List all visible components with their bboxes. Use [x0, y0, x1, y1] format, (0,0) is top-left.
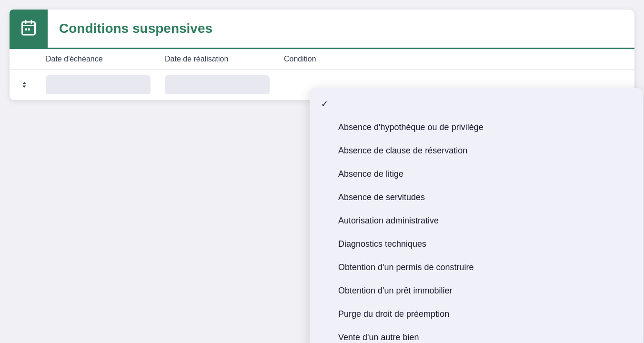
dropdown-item-2[interactable]: Absence de clause de réservation: [310, 139, 643, 162]
condition-label: Condition: [284, 55, 316, 63]
dropdown-item-10[interactable]: Vente d'un autre bien: [310, 326, 643, 343]
dropdown-item-empty[interactable]: ✓: [310, 92, 643, 116]
col-sort-header: [17, 55, 46, 63]
svg-rect-5: [28, 29, 30, 31]
page-container: Conditions suspensives Date d'échéance D…: [0, 10, 644, 343]
dropdown-item-5[interactable]: Autorisation administrative: [310, 209, 643, 232]
dropdown-item-6-label: Diagnostics techniques: [338, 239, 426, 249]
main-card: Conditions suspensives Date d'échéance D…: [10, 10, 634, 101]
date-realisation-input[interactable]: [165, 75, 270, 94]
col-condition-header: Condition: [284, 55, 627, 63]
date-realisation-label: Date de réalisation: [165, 55, 228, 63]
dropdown-item-8-label: Obtention d'un prêt immobilier: [338, 286, 453, 296]
checkmark-icon: ✓: [321, 99, 331, 109]
col-date-echeance-header: Date d'échéance: [46, 55, 165, 63]
dropdown-item-4[interactable]: Absence de servitudes: [310, 186, 643, 209]
date-echeance-input[interactable]: [46, 75, 151, 94]
dropdown-item-5-label: Autorisation administrative: [338, 216, 439, 226]
page-title: Conditions suspensives: [48, 11, 224, 46]
condition-dropdown: ✓ Absence d'hypothèque ou de privilège A…: [310, 88, 643, 343]
dropdown-item-8[interactable]: Obtention d'un prêt immobilier: [310, 279, 643, 303]
dropdown-item-6[interactable]: Diagnostics techniques: [310, 232, 643, 256]
dropdown-item-9[interactable]: Purge du droit de préemption: [310, 303, 643, 326]
calendar-icon: [20, 19, 37, 38]
dropdown-item-7-label: Obtention d'un permis de construire: [338, 262, 474, 272]
date-echeance-label: Date d'échéance: [46, 55, 103, 63]
dropdown-item-10-label: Vente d'un autre bien: [338, 333, 419, 343]
dropdown-item-7[interactable]: Obtention d'un permis de construire: [310, 256, 643, 279]
dropdown-item-3-label: Absence de litige: [338, 169, 403, 179]
date-realisation-cell: [165, 75, 284, 94]
dropdown-item-1[interactable]: Absence d'hypothèque ou de privilège: [310, 116, 643, 139]
sort-button[interactable]: [17, 78, 31, 92]
col-date-realisation-header: Date de réalisation: [165, 55, 284, 63]
sort-controls: [17, 78, 46, 92]
dropdown-item-2-label: Absence de clause de réservation: [338, 146, 467, 156]
dropdown-item-3[interactable]: Absence de litige: [310, 162, 643, 186]
dropdown-item-4-label: Absence de servitudes: [338, 192, 425, 202]
header-icon-bg: [10, 10, 48, 48]
date-echeance-cell: [46, 75, 165, 94]
dropdown-item-1-label: Absence d'hypothèque ou de privilège: [338, 122, 483, 132]
dropdown-item-9-label: Purge du droit de préemption: [338, 309, 449, 319]
card-header: Conditions suspensives: [10, 10, 634, 49]
svg-rect-4: [25, 29, 28, 31]
table-header-row: Date d'échéance Date de réalisation Cond…: [10, 49, 634, 70]
